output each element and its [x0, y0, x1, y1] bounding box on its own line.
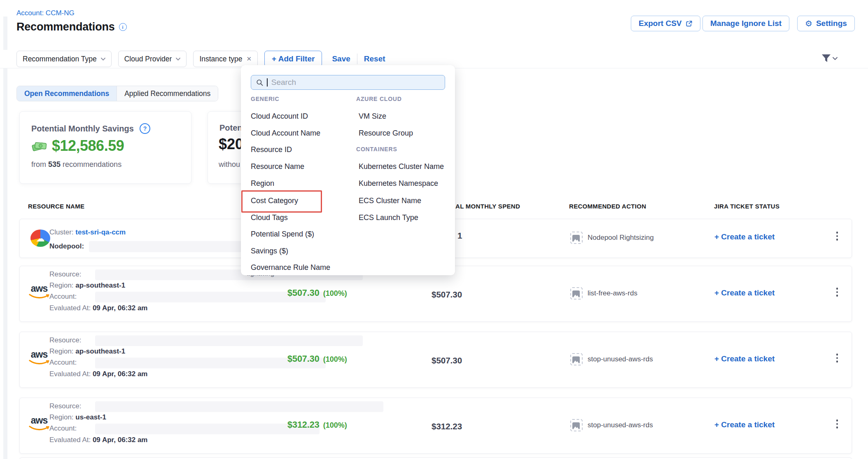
table-row[interactable]: aws Resource: Region: us-east-1 Account:… [19, 398, 852, 454]
column-header-jira-ticket-status: JIRA TICKET STATUS [714, 203, 779, 210]
row-menu-button[interactable] [832, 354, 842, 363]
help-icon[interactable]: ? [140, 123, 150, 134]
filter-option[interactable]: Governance Rule Name [251, 263, 330, 272]
column-header-recommended-action: RECOMMENDED ACTION [569, 203, 646, 210]
resource-label: Resource: [49, 336, 81, 344]
monthly-savings: $507.30 (100%) [287, 288, 347, 298]
manage-ignore-list-button[interactable]: Manage Ignore List [702, 16, 789, 31]
filter-option[interactable]: Resource ID [251, 145, 292, 154]
cluster-line: Cluster: test-sri-qa-ccm [49, 228, 126, 237]
table-row[interactable] [19, 457, 852, 459]
spend-amount-partial: $20 [219, 136, 243, 153]
aws-logo-icon: aws [27, 350, 51, 367]
settings-button[interactable]: ⚙ Settings [797, 16, 855, 31]
region-line: Region: ap-southeast-1 [49, 281, 125, 290]
cost-category-highlight-box [241, 190, 322, 213]
add-filter-dropdown: GENERIC Cloud Account ID Cloud Account N… [241, 65, 455, 275]
action-thumbnail-icon [570, 353, 583, 365]
section-title-containers: CONTAINERS [356, 146, 397, 152]
filter-option[interactable]: Savings ($) [251, 247, 288, 255]
aws-logo-icon: aws [27, 416, 51, 433]
evaluated-line: Evaluated At: 09 Apr, 06:32 am [49, 370, 147, 378]
filter-option[interactable]: Cloud Account ID [251, 112, 308, 121]
evaluated-line: Evaluated At: 09 Apr, 06:32 am [49, 436, 147, 444]
filter-chip-instance-type[interactable]: Instance type ✕ [193, 51, 258, 67]
filter-option[interactable]: Cloud Account Name [251, 129, 320, 138]
search-input[interactable] [271, 78, 440, 87]
info-icon[interactable]: i [119, 23, 127, 31]
cluster-name-link[interactable]: test-sri-qa-ccm [75, 228, 126, 236]
redacted-value [95, 424, 320, 434]
region-line: Region: us-east-1 [49, 413, 106, 422]
filter-option[interactable]: ECS Cluster Name [359, 197, 421, 205]
row-menu-button[interactable] [832, 232, 842, 241]
left-edge-strip [3, 16, 7, 459]
chevron-down-icon [101, 58, 105, 61]
add-filter-button[interactable]: + Add Filter [264, 51, 322, 67]
reset-filter-button[interactable]: Reset [364, 54, 385, 63]
section-title-azure-cloud: AZURE CLOUD [356, 96, 402, 102]
recommended-action: list-free-aws-rds [570, 287, 637, 300]
divider [357, 54, 357, 64]
spend-subtitle-partial: withou [219, 160, 240, 169]
filter-option[interactable]: VM Size [359, 112, 386, 121]
row-menu-button[interactable] [832, 419, 842, 429]
create-ticket-link[interactable]: + Create a ticket [714, 420, 775, 429]
nodepool-line: Nodepool: [49, 242, 84, 251]
account-label: Account: [49, 424, 77, 432]
recommendations-tabs: Open Recommendations Applied Recommendat… [16, 86, 218, 101]
filter-option[interactable]: Kubernetes Namespace [359, 179, 438, 188]
savings-subtitle: from 535 recommendations [31, 160, 121, 169]
chevron-down-icon [833, 57, 838, 60]
evaluated-line: Evaluated At: 09 Apr, 06:32 am [49, 304, 147, 312]
card-title: Potential Monthly Savings [31, 124, 134, 133]
card-title-partial: Poten [219, 123, 243, 133]
monthly-spend: $507.30 [432, 290, 462, 300]
tab-applied-recommendations[interactable]: Applied Recommendations [117, 86, 218, 101]
monthly-spend-partial: 1 [457, 231, 462, 241]
save-filter-button[interactable]: Save [332, 54, 350, 63]
filter-chip-recommendation-type[interactable]: Recommendation Type [16, 51, 112, 67]
create-ticket-link[interactable]: + Create a ticket [714, 288, 775, 297]
funnel-icon [821, 54, 831, 63]
action-thumbnail-icon [570, 232, 583, 244]
monthly-spend: $507.30 [432, 356, 462, 365]
text-caret [267, 78, 267, 87]
export-csv-button[interactable]: Export CSV [631, 16, 700, 31]
filter-option[interactable]: Region [251, 179, 274, 188]
column-header-resource-name: RESOURCE NAME [28, 203, 84, 210]
resource-label: Resource: [49, 402, 81, 410]
recommended-action: Nodepool Rightsizing [570, 232, 654, 244]
chevron-down-icon [176, 58, 180, 61]
aws-logo-icon: aws [27, 284, 51, 301]
filter-option[interactable]: Cloud Tags [251, 213, 288, 222]
action-thumbnail-icon [570, 287, 583, 300]
breadcrumb[interactable]: Account: CCM-NG [16, 9, 75, 17]
redacted-value [95, 335, 363, 346]
table-row[interactable]: aws Resource: Region: ap-southeast-1 Acc… [19, 332, 852, 388]
filter-option[interactable]: ECS Launch Type [359, 213, 418, 222]
external-link-icon [686, 20, 693, 27]
create-ticket-link[interactable]: + Create a ticket [714, 354, 775, 363]
filter-option[interactable]: Resource Name [251, 162, 304, 171]
column-header-monthly-spend: AL MONTHLY SPEND [455, 203, 520, 210]
gear-icon: ⚙ [805, 19, 812, 28]
search-icon [256, 79, 263, 87]
monthly-savings: $507.30 (100%) [287, 354, 347, 364]
recommendations-page: Account: CCM-NG Recommendations i Export… [0, 0, 868, 459]
recommended-action: stop-unused-aws-rds [570, 419, 653, 431]
row-menu-button[interactable] [832, 288, 842, 297]
filter-chip-cloud-provider[interactable]: Cloud Provider [118, 51, 187, 67]
account-label: Account: [49, 293, 77, 300]
create-ticket-link[interactable]: + Create a ticket [714, 232, 775, 241]
dropdown-search[interactable] [251, 75, 445, 90]
gcp-logo-icon: ☁ [30, 230, 50, 247]
filter-option[interactable]: Potential Spend ($) [251, 230, 314, 239]
tab-open-recommendations[interactable]: Open Recommendations [17, 86, 117, 101]
filter-option[interactable]: Kubernetes Cluster Name [359, 162, 444, 171]
filter-option[interactable]: Resource Group [359, 129, 413, 138]
monthly-savings: $312.23 (100%) [287, 420, 347, 430]
filter-funnel-button[interactable] [821, 54, 838, 63]
redacted-value [95, 401, 383, 412]
close-icon[interactable]: ✕ [247, 55, 252, 63]
